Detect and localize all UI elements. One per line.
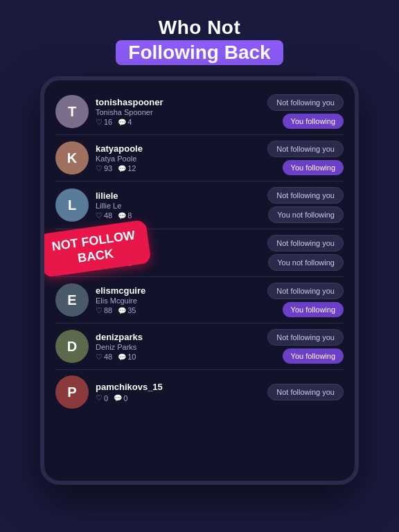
heart-icon: ♡	[96, 306, 103, 315]
heart-icon: ♡	[96, 393, 103, 402]
comment-stat: 💬0	[114, 393, 127, 402]
comment-stat: 💬10	[118, 353, 136, 362]
status-button[interactable]: Not following you	[267, 384, 344, 400]
status-buttons: Not following youYou following	[267, 283, 344, 317]
header-line1: Who Not	[0, 17, 399, 39]
user-row: Ppamchikovs_15♡0💬0Not following you	[44, 370, 355, 414]
display-name: Katya Poole	[96, 154, 262, 163]
status-button[interactable]: You following	[283, 302, 344, 317]
device-frame: NOT FOLLOWBACK TtonishaspoonerTonisha Sp…	[40, 76, 359, 485]
avatar: T	[55, 95, 89, 128]
display-name: Elis Mcguire	[96, 296, 262, 305]
user-info: elismcguireElis Mcguire♡88💬35	[96, 285, 262, 315]
comment-stat: 💬12	[118, 164, 136, 173]
status-button[interactable]: Not following you	[267, 94, 344, 111]
heart-stat: ♡93	[96, 164, 112, 173]
comment-stat: 💬8	[118, 211, 132, 220]
heart-icon: ♡	[96, 353, 103, 362]
status-buttons: Not following youYou not following	[267, 235, 344, 271]
comment-icon: 💬	[118, 307, 126, 314]
user-stats: ♡0💬0	[96, 393, 262, 402]
comment-icon: 💬	[118, 212, 126, 220]
comment-icon: 💬	[114, 394, 122, 402]
status-button[interactable]: Not following you	[267, 187, 344, 204]
comment-stat: 💬4	[118, 118, 132, 127]
comment-icon: 💬	[118, 118, 126, 126]
status-button[interactable]: Not following you	[267, 329, 344, 346]
heart-stat: ♡48	[96, 353, 112, 362]
avatar: L	[55, 188, 89, 222]
user-list: TtonishaspoonerTonisha Spooner♡16💬4Not f…	[44, 80, 355, 481]
heart-icon: ♡	[96, 211, 103, 220]
status-buttons: Not following youYou not following	[267, 187, 344, 223]
status-buttons: Not following youYou following	[267, 141, 344, 175]
user-stats: ♡48💬10	[96, 353, 262, 362]
avatar: E	[55, 283, 89, 317]
header-line2: Following Back	[116, 40, 283, 65]
status-button[interactable]: Not following you	[267, 141, 344, 157]
user-row: LlilieleLillie Le♡48💬8Not following youY…	[44, 181, 355, 229]
status-buttons: Not following you	[267, 384, 344, 400]
comment-stat: 💬35	[118, 306, 136, 315]
user-stats: ♡93💬12	[96, 164, 262, 173]
status-button[interactable]: You following	[283, 114, 344, 129]
user-info: denizparksDeniz Parks♡48💬10	[96, 332, 262, 362]
avatar: K	[55, 141, 89, 175]
heart-stat: ♡16	[96, 118, 112, 127]
user-info: pamchikovs_15♡0💬0	[96, 382, 262, 402]
heart-stat: ♡48	[96, 211, 112, 220]
user-row: TtonishaspoonerTonisha Spooner♡16💬4Not f…	[44, 89, 355, 134]
username: elismcguire	[96, 285, 262, 296]
comment-icon: 💬	[118, 165, 126, 172]
status-buttons: Not following youYou following	[267, 329, 344, 364]
status-button[interactable]: Not following you	[267, 283, 344, 299]
user-info: lilieleLillie Le♡48💬8	[96, 190, 262, 220]
heart-stat: ♡88	[96, 306, 112, 315]
heart-icon: ♡	[96, 118, 103, 127]
user-row: EelismcguireElis Mcguire♡88💬35Not follow…	[44, 277, 355, 323]
user-stats: ♡88💬35	[96, 306, 262, 315]
status-button[interactable]: You not following	[268, 254, 344, 271]
username: liliele	[96, 190, 262, 201]
display-name: Lillie Le	[96, 202, 262, 210]
username: pamchikovs_15	[96, 382, 262, 392]
display-name: Deniz Parks	[96, 343, 262, 351]
user-row: KkatyapooleKatya Poole♡93💬12Not followin…	[44, 135, 355, 181]
status-button[interactable]: You following	[283, 348, 344, 364]
heart-icon: ♡	[96, 164, 103, 173]
avatar: D	[55, 330, 89, 363]
avatar: P	[55, 375, 89, 409]
user-row: DdenizparksDeniz Parks♡48💬10Not followin…	[44, 323, 355, 369]
page-header: Who Not Following Back	[0, 0, 399, 76]
status-button[interactable]: Not following you	[267, 235, 344, 251]
user-stats: ♡16💬4	[96, 118, 262, 127]
comment-icon: 💬	[118, 353, 126, 361]
username: denizparks	[96, 332, 262, 342]
user-info: katyapooleKatya Poole♡93💬12	[96, 143, 262, 173]
user-info: tonishaspoonerTonisha Spooner♡16💬4	[96, 97, 262, 127]
user-stats: ♡48💬8	[96, 211, 262, 220]
status-button[interactable]: You following	[283, 160, 344, 175]
heart-stat: ♡0	[96, 393, 108, 402]
username: katyapoole	[96, 143, 262, 154]
status-buttons: Not following youYou following	[267, 94, 344, 129]
display-name: Tonisha Spooner	[96, 108, 262, 116]
username: tonishaspooner	[96, 97, 262, 107]
device-inner: NOT FOLLOWBACK TtonishaspoonerTonisha Sp…	[44, 80, 355, 481]
status-button[interactable]: You not following	[268, 206, 344, 223]
